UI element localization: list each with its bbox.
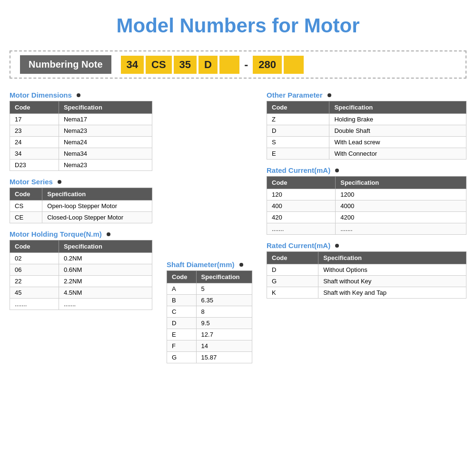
motor-torque-title: Motor Holding Torque(N.m) [10,230,152,238]
table-row: E With Connector [267,148,466,160]
rcb-row2-code: K [267,287,318,299]
dim-row0-code: 17 [10,114,59,125]
rct-row2-spec: 4200 [336,212,466,223]
table-row: Z Holding Brake [267,114,466,125]
table-row: K Shaft with Key and Tap [267,287,466,299]
table-row: E 12.7 [167,329,252,340]
shaft-header-code: Code [167,271,197,283]
shaft-row5-spec: 14 [196,340,252,352]
dim-row1-spec: Nema23 [59,125,152,137]
rcb-row2-spec: Shaft with Key and Tap [318,287,466,299]
table-row: 420 4200 [267,212,466,223]
torque-header-spec: Specification [59,240,152,253]
table-row: ....... ....... [267,223,466,235]
page: Model Numbers for Motor Numbering Note 3… [0,0,476,450]
series-header-code: Code [10,188,42,200]
series-row0-spec: Open-loop Stepper Motor [42,200,152,212]
motor-torque-table: Code Specification 02 0.2NM 06 0.6NM 22 [10,240,152,310]
torque-row2-code: 22 [10,276,59,287]
table-row: D Without Options [267,264,466,276]
table-row: D23 Nema23 [10,160,152,171]
shaft-row1-code: B [167,295,197,306]
table-row: 24 Nema24 [10,137,152,148]
table-row: 120 1200 [267,189,466,200]
dim-row4-spec: Nema23 [59,160,152,171]
other-row0-code: Z [267,114,329,125]
code-35: 35 [174,56,197,74]
table-row: G 15.87 [167,352,252,363]
content-row: Motor Dimensions Code Specification 17 N… [10,84,466,363]
shaft-diameter-table: Code Specification A 5 B 6.35 [167,270,252,363]
right-tables: Other Parameter Code Specification Z Hol… [252,84,466,363]
shaft-diameter-title: Shaft Diameter(mm) [167,260,252,269]
shaft-row3-spec: 9.5 [196,318,252,329]
series-header-spec: Specification [42,188,152,200]
shaft-row0-code: A [167,283,197,295]
center-tables: Shaft Diameter(mm) Code Specification A … [152,84,252,363]
table-row: 23 Nema23 [10,125,152,137]
shaft-row4-spec: 12.7 [196,329,252,340]
other-parameter-title: Other Parameter [267,91,466,99]
table-row: CE Closed-Loop Stepper Motor [10,212,152,223]
shaft-row3-code: D [167,318,197,329]
rcb-row0-code: D [267,264,318,276]
table-row: G Shaft without Key [267,276,466,287]
series-row0-code: CS [10,200,42,212]
table-row: 45 4.5NM [10,287,152,299]
other-parameter-table: Code Specification Z Holding Brake D Dou… [267,101,466,160]
motor-series-table: Code Specification CS Open-loop Stepper … [10,188,152,223]
torque-row1-code: 06 [10,264,59,276]
dim-row3-code: 34 [10,148,59,160]
rct-row3-spec: ....... [336,223,466,235]
rcb-row1-code: G [267,276,318,287]
rct-row0-spec: 1200 [336,189,466,200]
dim-row1-code: 23 [10,125,59,137]
motor-dimensions-table: Code Specification 17 Nema17 23 Nema23 2… [10,101,152,171]
table-row: B 6.35 [167,295,252,306]
other-row1-spec: Double Shaft [329,125,466,137]
other-row3-code: E [267,148,329,160]
series-row1-code: CE [10,212,42,223]
code-separator: - [241,58,251,71]
series-row1-spec: Closed-Loop Stepper Motor [42,212,152,223]
code-cs: CS [146,56,172,74]
rct-row0-code: 120 [267,189,336,200]
torque-row3-spec: 4.5NM [59,287,152,299]
torque-row3-code: 45 [10,287,59,299]
torque-row4-code: ....... [10,299,59,310]
rcb-row1-spec: Shaft without Key [318,276,466,287]
shaft-row1-spec: 6.35 [196,295,252,306]
table-row: 22 2.2NM [10,276,152,287]
shaft-row6-spec: 15.87 [196,352,252,363]
rct-row2-code: 420 [267,212,336,223]
dim-row2-code: 24 [10,137,59,148]
other-row0-spec: Holding Brake [329,114,466,125]
rated-current-bottom-table: Code Specification D Without Options G S… [267,251,466,299]
torque-row0-code: 02 [10,253,59,264]
torque-row4-spec: ....... [59,299,152,310]
table-row: 17 Nema17 [10,114,152,125]
code-empty2 [284,56,304,74]
rated-current-bottom-title: Rated Current(mA) [267,241,466,250]
table-row: D 9.5 [167,318,252,329]
table-row: S With Lead screw [267,137,466,148]
torque-row0-spec: 0.2NM [59,253,152,264]
shaft-row0-spec: 5 [196,283,252,295]
table-row: 400 4000 [267,200,466,212]
code-empty1 [219,56,239,74]
code-d: D [198,56,218,74]
rcb-row0-spec: Without Options [318,264,466,276]
shaft-row5-code: F [167,340,197,352]
dim-header-code: Code [10,101,59,114]
torque-row1-spec: 0.6NM [59,264,152,276]
left-tables: Motor Dimensions Code Specification 17 N… [10,84,152,363]
table-row: 34 Nema34 [10,148,152,160]
table-row: 06 0.6NM [10,264,152,276]
rated-current-top-title: Rated Current(mA) [267,166,466,174]
dim-row2-spec: Nema24 [59,137,152,148]
motor-series-title: Motor Series [10,178,152,186]
dim-header-spec: Specification [59,101,152,114]
shaft-row2-spec: 8 [196,306,252,318]
shaft-row6-code: G [167,352,197,363]
dim-row0-spec: Nema17 [59,114,152,125]
